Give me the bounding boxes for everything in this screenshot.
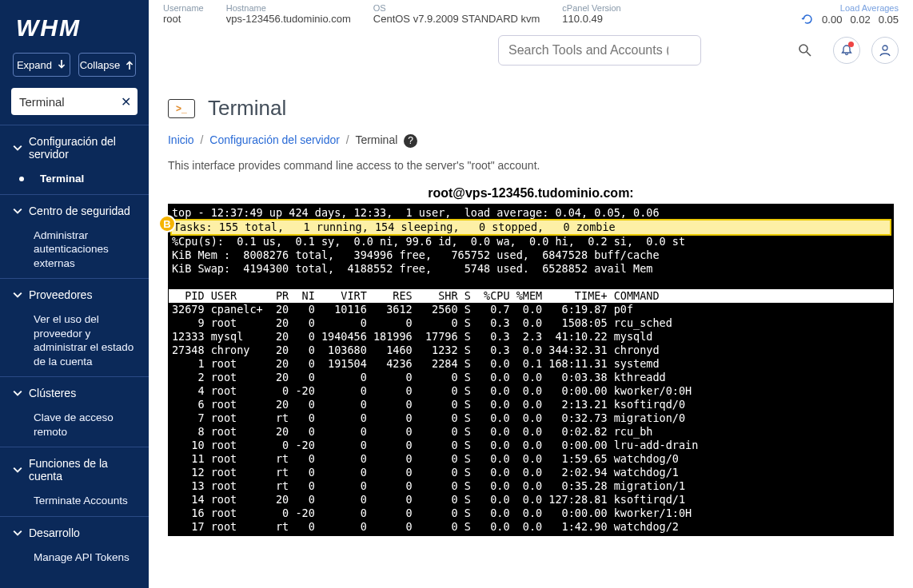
expand-button[interactable]: Expand xyxy=(13,53,70,77)
hostname-col: Hostname vps-123456.tudominio.com xyxy=(226,3,351,25)
user-icon xyxy=(879,44,891,57)
nav-item[interactable]: Ver el uso del proveedor y administrar e… xyxy=(0,308,149,373)
crumb-home[interactable]: Inicio xyxy=(168,133,194,146)
svg-point-1 xyxy=(883,46,887,50)
chevron-down-icon xyxy=(13,143,22,153)
cpanel-version-col: cPanel Version 110.0.49 xyxy=(562,3,620,25)
nav-group-header[interactable]: Centro de seguridad xyxy=(0,198,149,224)
chevron-down-icon xyxy=(13,528,22,538)
terminal-icon: >_ xyxy=(168,99,195,118)
nav-item[interactable]: Administrar autenticaciones externas xyxy=(0,224,149,276)
nav-group-header[interactable]: Configuración del servidor xyxy=(0,129,149,167)
sidebar: WHM Expand Collapse ✕ Configuración del … xyxy=(0,0,149,588)
chevron-down-icon xyxy=(13,388,22,398)
breadcrumb: Inicio / Configuración del servidor / Te… xyxy=(168,133,894,148)
nav-item[interactable]: Terminate Accounts xyxy=(0,489,149,513)
arrow-down-icon xyxy=(57,60,66,70)
notifications-button[interactable] xyxy=(833,37,860,64)
sidebar-nav: Configuración del servidorTerminalCentro… xyxy=(0,125,149,573)
help-icon[interactable]: ? xyxy=(404,134,417,148)
account-button[interactable] xyxy=(871,37,899,64)
arrow-up-icon xyxy=(125,60,134,70)
nav-item[interactable]: Terminal xyxy=(0,167,149,191)
nav-group-header[interactable]: Funciones de la cuenta xyxy=(0,451,149,489)
collapse-button[interactable]: Collapse xyxy=(78,53,136,77)
nav-group-header[interactable]: Desarrollo xyxy=(0,520,149,546)
terminal-host-title: root@vps-123456.tudominio.com: xyxy=(168,186,894,201)
info-bar: Username root Hostname vps-123456.tudomi… xyxy=(149,0,913,30)
os-col: OS CentOS v7.9.2009 STANDARD kvm xyxy=(373,3,540,25)
page-title-row: >_ Terminal xyxy=(168,96,894,121)
nav-group-header[interactable]: Proveedores xyxy=(0,282,149,308)
load-averages: Load Averages 0.00 0.02 0.05 xyxy=(801,3,899,26)
whm-logo: WHM xyxy=(0,8,149,53)
terminal-output[interactable]: top - 12:37:49 up 424 days, 12:33, 1 use… xyxy=(168,204,894,536)
nav-item[interactable]: Clave de acceso remoto xyxy=(0,406,149,443)
chevron-down-icon xyxy=(13,206,22,216)
username-col: Username root xyxy=(163,3,204,25)
search-icon[interactable] xyxy=(798,43,812,60)
sidebar-search-input[interactable] xyxy=(11,88,138,115)
bell-icon xyxy=(840,44,853,57)
crumb-leaf: Terminal xyxy=(355,133,397,146)
chevron-down-icon xyxy=(13,465,22,475)
chevron-down-icon xyxy=(13,290,22,300)
global-search-input[interactable] xyxy=(498,35,701,66)
nav-group-header[interactable]: Clústeres xyxy=(0,380,149,406)
svg-point-0 xyxy=(799,45,807,53)
main: Username root Hostname vps-123456.tudomi… xyxy=(149,0,913,588)
page-title: Terminal xyxy=(208,96,286,121)
refresh-icon[interactable] xyxy=(801,13,814,26)
annotation-badge-b: B xyxy=(158,215,176,232)
page-description: This interface provides command line acc… xyxy=(168,159,894,172)
crumb-server-config[interactable]: Configuración del servidor xyxy=(209,133,340,146)
clear-search-icon[interactable]: ✕ xyxy=(121,94,131,109)
nav-item[interactable]: Manage API Tokens xyxy=(0,546,149,570)
